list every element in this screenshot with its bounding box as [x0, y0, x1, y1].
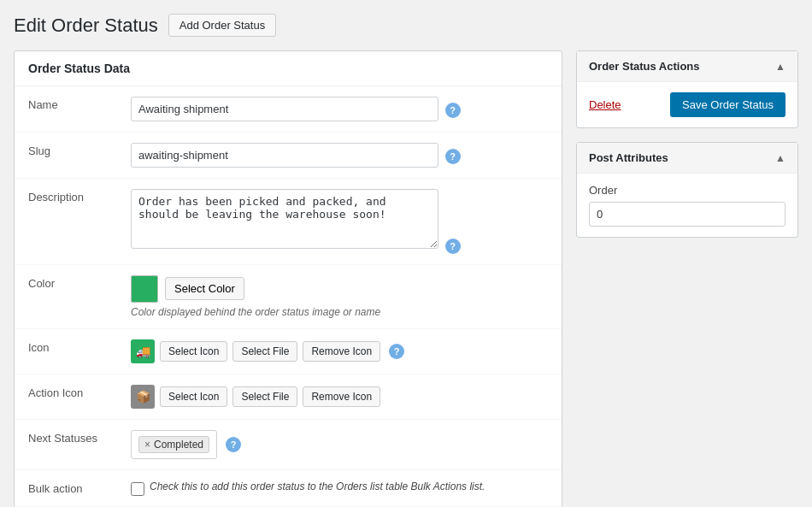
color-label: Color [15, 264, 117, 328]
post-attributes-box: Post Attributes ▲ Order [576, 142, 798, 238]
slug-label: Slug [15, 133, 117, 179]
box-icon: 📦 [136, 390, 150, 404]
bulk-action-checkbox[interactable] [131, 482, 144, 496]
name-help-icon: ? [445, 103, 461, 118]
description-row: Description Order has been picked and pa… [15, 179, 562, 265]
next-statuses-input[interactable]: × Completed [131, 430, 217, 459]
order-status-actions-title: Order Status Actions [589, 60, 700, 73]
action-icon-preview: 📦 [131, 385, 155, 409]
icon-preview: 🚚 [131, 339, 155, 363]
icon-label: Icon [15, 328, 117, 374]
status-tag-completed: × Completed [138, 436, 209, 453]
color-swatch[interactable] [131, 275, 158, 303]
description-input[interactable]: Order has been picked and packed, and sh… [131, 189, 438, 249]
form-table: Name ? Slug ? Description [15, 86, 562, 507]
icon-remove-icon-button[interactable]: Remove Icon [303, 341, 380, 362]
order-field-label: Order [589, 184, 786, 197]
page-title: Edit Order Status [14, 15, 158, 37]
action-icon-remove-icon-button[interactable]: Remove Icon [303, 386, 380, 407]
action-icon-select-icon-button[interactable]: Select Icon [160, 386, 227, 407]
delete-link[interactable]: Delete [589, 98, 621, 111]
status-tag-label: Completed [154, 439, 203, 451]
order-status-actions-box: Order Status Actions ▲ Delete Save Order… [576, 50, 798, 128]
action-icon-label: Action Icon [15, 374, 117, 419]
description-help-icon: ? [445, 239, 461, 254]
icon-row: Icon 🚚 Select Icon Select File Remove Ic… [15, 328, 562, 374]
order-status-actions-header: Order Status Actions ▲ [577, 51, 797, 82]
name-row: Name ? [15, 86, 562, 133]
main-panel: Order Status Data Name ? Slug ? [14, 50, 562, 507]
panel-title: Order Status Data [15, 51, 562, 86]
slug-input[interactable] [131, 143, 438, 168]
bulk-action-row: Bulk action Check this to add this order… [15, 469, 562, 506]
save-order-status-button[interactable]: Save Order Status [670, 92, 786, 117]
slug-row: Slug ? [15, 133, 562, 179]
name-label: Name [15, 86, 117, 133]
order-field-input[interactable] [589, 202, 786, 227]
description-label: Description [15, 179, 117, 265]
next-statuses-row: Next Statuses × Completed ? [15, 419, 562, 469]
post-attributes-title: Post Attributes [589, 151, 668, 164]
sidebar: Order Status Actions ▲ Delete Save Order… [576, 50, 798, 251]
add-order-status-button[interactable]: Add Order Status [168, 14, 276, 37]
icon-select-file-button[interactable]: Select File [232, 341, 297, 362]
color-hint: Color displayed behind the order status … [131, 306, 548, 318]
action-icon-select-file-button[interactable]: Select File [232, 386, 297, 407]
next-statuses-label: Next Statuses [15, 419, 117, 469]
truck-icon: 🚚 [136, 345, 150, 358]
post-attributes-collapse-icon[interactable]: ▲ [775, 152, 786, 164]
actions-row: Delete Save Order Status [589, 92, 786, 117]
post-attributes-header: Post Attributes ▲ [577, 143, 797, 174]
slug-help-icon: ? [445, 149, 461, 164]
color-row: Color Select Color Color displayed behin… [15, 264, 562, 328]
bulk-action-label: Bulk action [15, 469, 117, 506]
icon-select-icon-button[interactable]: Select Icon [160, 341, 227, 362]
icon-help-icon: ? [389, 344, 404, 359]
next-statuses-help-icon: ? [226, 437, 241, 452]
status-tag-remove[interactable]: × [144, 439, 150, 451]
select-color-button[interactable]: Select Color [165, 277, 244, 300]
order-status-actions-body: Delete Save Order Status [577, 82, 797, 127]
actions-collapse-icon[interactable]: ▲ [775, 61, 786, 73]
post-attributes-body: Order [577, 174, 797, 237]
name-input[interactable] [131, 97, 438, 121]
bulk-action-checkbox-label: Check this to add this order status to t… [150, 480, 485, 492]
action-icon-row: Action Icon 📦 Select Icon Select File Re… [15, 374, 562, 419]
